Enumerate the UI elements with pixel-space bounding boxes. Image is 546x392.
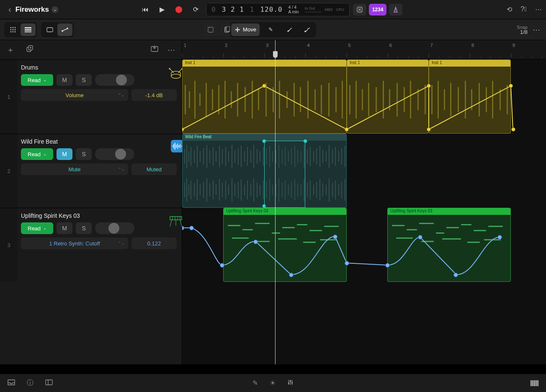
ruler[interactable]: 123456789 bbox=[182, 40, 546, 59]
volume-slider[interactable] bbox=[95, 74, 134, 86]
inbox-icon[interactable] bbox=[8, 379, 15, 387]
info-icon[interactable]: ⓘ bbox=[27, 379, 33, 387]
metronome-button[interactable] bbox=[389, 4, 402, 15]
svg-point-3 bbox=[13, 27, 14, 28]
automation-node[interactable] bbox=[427, 127, 431, 132]
ruler-bar-number: 6 bbox=[389, 43, 392, 48]
add-track-icon[interactable]: ＋ bbox=[7, 45, 14, 55]
automation-param-select[interactable]: Mute⌃⌄ bbox=[21, 163, 128, 175]
svg-point-5 bbox=[10, 29, 12, 30]
track-row[interactable]: 1 Drums Read M S Volume⌃⌄ -1.4 dB bbox=[0, 59, 182, 134]
lcd-meters: In Out MIDI CPU bbox=[305, 6, 344, 13]
panel-icon[interactable] bbox=[45, 379, 53, 387]
solo-button[interactable]: S bbox=[76, 148, 92, 160]
track-name[interactable]: Drums bbox=[21, 64, 177, 71]
more-icon[interactable]: ⋯ bbox=[535, 5, 542, 13]
automation-curve-drums[interactable] bbox=[182, 59, 517, 134]
automation-node[interactable] bbox=[497, 235, 502, 240]
automation-curve-keys[interactable] bbox=[182, 208, 517, 282]
brush-tool[interactable] bbox=[282, 23, 296, 36]
undo-history-icon[interactable]: ⟲ bbox=[507, 5, 512, 13]
automation-param-select[interactable]: Volume⌃⌄ bbox=[21, 89, 128, 101]
region-view-button[interactable] bbox=[42, 23, 57, 36]
automation-node[interactable] bbox=[289, 273, 294, 277]
track-name[interactable]: Uplifting Spirit Keys 03 bbox=[21, 212, 177, 219]
track-row[interactable]: 3 Uplifting Spirit Keys 03 Read M S 1 Re… bbox=[0, 208, 182, 282]
snap-display[interactable]: Snap 1/8 bbox=[517, 25, 528, 35]
svg-point-4 bbox=[15, 27, 16, 28]
keyboard-icon[interactable] bbox=[531, 380, 538, 386]
svg-point-94 bbox=[290, 380, 291, 382]
automation-mode-button[interactable]: Read bbox=[21, 74, 53, 86]
mute-button[interactable]: M bbox=[57, 74, 72, 86]
playhead[interactable] bbox=[275, 40, 276, 364]
automation-node[interactable] bbox=[511, 127, 515, 132]
svg-rect-13 bbox=[25, 31, 31, 32]
automation-param-select[interactable]: 1 Retro Synth: Cutoff⌃⌄ bbox=[21, 237, 128, 249]
drums-icon bbox=[168, 66, 183, 81]
region-segment bbox=[41, 22, 74, 37]
timeline[interactable]: 123456789 Inst 1 Inst 1 Inst 1 bbox=[182, 40, 546, 364]
tuner-button[interactable]: 1234 bbox=[369, 4, 387, 15]
import-icon[interactable] bbox=[151, 45, 158, 54]
track-more-icon[interactable]: ⋯ bbox=[167, 45, 175, 54]
automation-mode-button[interactable]: Read bbox=[21, 148, 53, 160]
track-header-panel: ＋ ⋯ 1 Drums Read M S bbox=[0, 40, 182, 364]
play-button[interactable]: ▶ bbox=[160, 5, 165, 13]
automation-node[interactable] bbox=[345, 261, 349, 266]
solo-button[interactable]: S bbox=[76, 222, 92, 234]
svg-point-10 bbox=[15, 31, 16, 32]
automation-node[interactable] bbox=[220, 263, 224, 268]
automation-node[interactable] bbox=[418, 235, 422, 240]
automation-mode-button[interactable]: Read bbox=[21, 222, 53, 234]
mute-button[interactable]: M bbox=[57, 222, 72, 234]
edit-icon[interactable]: ✎ bbox=[252, 379, 258, 387]
lcd-position-suffix: 1 bbox=[250, 5, 255, 13]
grid-view-button[interactable] bbox=[5, 23, 21, 36]
mute-button[interactable]: M bbox=[57, 148, 72, 160]
record-button[interactable] bbox=[175, 6, 182, 13]
curve-tool[interactable] bbox=[301, 23, 315, 36]
go-to-start-button[interactable]: ⏮ bbox=[142, 6, 149, 13]
automation-node[interactable] bbox=[385, 263, 390, 268]
automation-node[interactable] bbox=[427, 84, 431, 88]
settings-icon[interactable]: ☀ bbox=[270, 379, 276, 387]
subbar-more-icon[interactable]: ⋯ bbox=[531, 25, 542, 34]
main-area: ＋ ⋯ 1 Drums Read M S bbox=[0, 40, 546, 364]
pencil-tool[interactable]: ✎ bbox=[264, 23, 278, 36]
sub-bar: Move ✎ Snap 1/8 ⋯ bbox=[0, 19, 546, 40]
lcd-display[interactable]: 0 3 2 1 1 120.0 4 / 4 A min In Out MIDI … bbox=[206, 3, 350, 16]
move-tool[interactable]: Move bbox=[231, 23, 260, 36]
svg-rect-12 bbox=[25, 29, 31, 31]
svg-point-8 bbox=[10, 31, 12, 32]
automation-node[interactable] bbox=[345, 127, 349, 132]
automation-node[interactable] bbox=[333, 235, 337, 239]
automation-node[interactable] bbox=[453, 273, 458, 277]
lcd-tempo: 120.0 bbox=[260, 5, 282, 13]
automation-node[interactable] bbox=[253, 240, 258, 244]
svg-point-93 bbox=[288, 382, 290, 384]
count-in-button[interactable] bbox=[353, 4, 366, 15]
automation-node[interactable] bbox=[509, 84, 513, 88]
project-title[interactable]: Fireworks ⌄ bbox=[15, 5, 58, 14]
track-name[interactable]: Wild Fire Beat bbox=[21, 138, 177, 145]
track-row[interactable]: 2 Wild Fire Beat Read M S Mute⌃⌄ Muted bbox=[0, 134, 182, 208]
solo-button[interactable]: S bbox=[76, 74, 92, 86]
track-view-button[interactable] bbox=[21, 23, 36, 36]
volume-slider[interactable] bbox=[95, 148, 134, 160]
help-icon[interactable]: ?⃝ bbox=[520, 5, 527, 13]
cycle-button[interactable]: ⟳ bbox=[193, 5, 198, 13]
mixer-icon[interactable] bbox=[287, 379, 294, 387]
svg-rect-19 bbox=[208, 27, 213, 32]
automation-view-button[interactable] bbox=[57, 23, 72, 36]
marquee-tool[interactable] bbox=[203, 23, 218, 36]
playhead-handle[interactable] bbox=[273, 51, 278, 58]
automation-node[interactable] bbox=[189, 226, 194, 230]
duplicate-track-icon[interactable] bbox=[26, 45, 33, 55]
lcd-position: 3 2 1 bbox=[222, 5, 244, 13]
selection-box[interactable] bbox=[264, 141, 305, 208]
volume-slider[interactable] bbox=[95, 222, 134, 234]
back-button[interactable]: ‹ bbox=[4, 5, 15, 14]
automation-node[interactable] bbox=[262, 84, 266, 88]
track-number: 3 bbox=[0, 208, 18, 282]
